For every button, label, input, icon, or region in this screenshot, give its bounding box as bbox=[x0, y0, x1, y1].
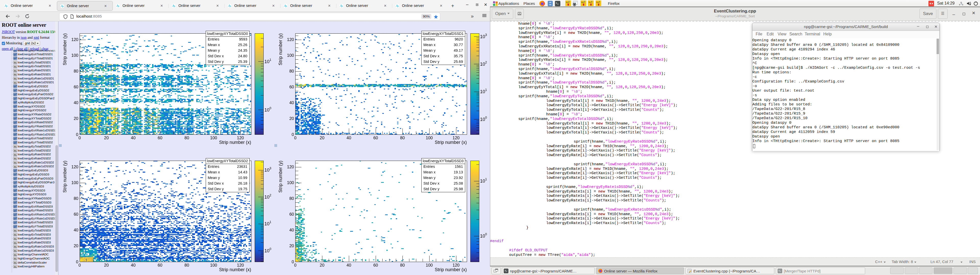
svg-text:?: ? bbox=[960, 2, 962, 6]
